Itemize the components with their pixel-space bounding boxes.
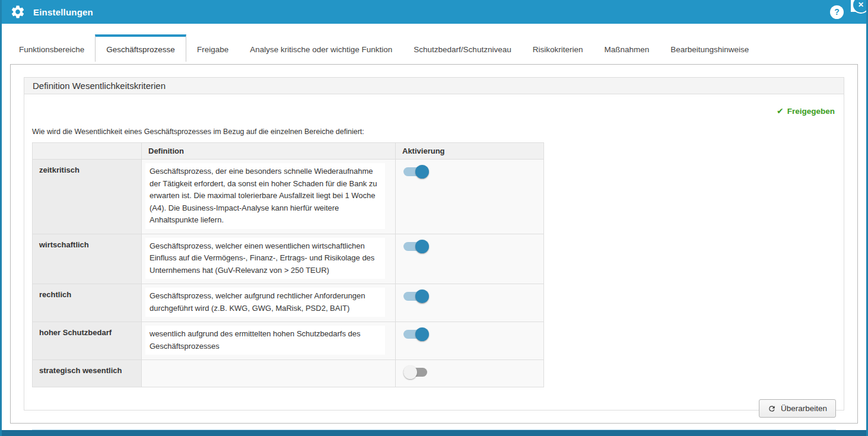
- toggle-knob: [415, 327, 429, 341]
- definition-cell: wesentlich aufgrund des ermittelten hohe…: [142, 322, 396, 360]
- activation-toggle[interactable]: [403, 327, 429, 341]
- definition-text[interactable]: Geschäftsprozess, welcher einen wesentli…: [145, 238, 385, 279]
- column-header-aktivierung: Aktivierung: [396, 143, 544, 160]
- column-header-definition: Definition: [142, 143, 396, 160]
- tab-bar: FunktionsbereicheGeschäftsprozesseFreiga…: [2, 24, 866, 62]
- activation-cell: [396, 322, 544, 360]
- window-title: Einstellungen: [33, 7, 93, 17]
- definition-cell: Geschäftsprozess, welcher aufgrund recht…: [142, 284, 396, 322]
- question-icon: ?: [834, 7, 840, 17]
- window-bottom-border: [0, 430, 868, 436]
- definition-cell: Geschäftsprozess, welcher einen wesentli…: [142, 234, 396, 284]
- criterion-label: zeitkritisch: [33, 160, 142, 234]
- table-row: strategisch wesentlich: [33, 360, 544, 387]
- table-row: hoher Schutzbedarfwesentlich aufgrund de…: [33, 322, 544, 360]
- tab-funktionsbereiche[interactable]: Funktionsbereiche: [8, 34, 95, 62]
- activation-cell: [396, 360, 544, 387]
- content-area: Definition Wesentlichkeitskriterien ✔Fre…: [10, 64, 858, 424]
- tab-freigabe[interactable]: Freigabe: [186, 34, 239, 62]
- check-icon: ✔: [777, 106, 784, 116]
- activation-toggle[interactable]: [403, 165, 429, 179]
- tab-geschaeftsprozesse[interactable]: Geschäftsprozesse: [95, 34, 186, 62]
- close-icon: ✕: [858, 1, 864, 9]
- activation-toggle[interactable]: [403, 289, 429, 303]
- revise-button-label: Überarbeiten: [781, 404, 827, 413]
- definition-cell: Geschäftsprozess, der eine besonders sch…: [142, 160, 396, 234]
- table-row: rechtlichGeschäftsprozess, welcher aufgr…: [33, 284, 544, 322]
- tab-bearbeitungshinweise[interactable]: Bearbeitungshinweise: [660, 34, 759, 62]
- criterion-label: strategisch wesentlich: [33, 360, 142, 387]
- panel-title: Definition Wesentlichkeitskriterien: [24, 78, 844, 94]
- criteria-table: Definition Aktivierung zeitkritischGesch…: [32, 142, 544, 387]
- criterion-label: hoher Schutzbedarf: [33, 322, 142, 360]
- button-row: Überarbeiten: [32, 399, 836, 418]
- tab-massnahmen[interactable]: Maßnahmen: [593, 34, 660, 62]
- table-row: wirtschaftlichGeschäftsprozess, welcher …: [33, 234, 544, 284]
- definition-cell: [142, 360, 396, 387]
- activation-cell: [396, 234, 544, 284]
- definition-panel: Definition Wesentlichkeitskriterien ✔Fre…: [24, 77, 844, 410]
- panel-body: ✔Freigegeben Wie wird die Wesentlichkeit…: [24, 94, 844, 436]
- tab-analyse-kritische-oder-wichtige-funktion[interactable]: Analyse kritische oder wichtige Funktion: [239, 34, 403, 62]
- definition-text[interactable]: Geschäftsprozess, der eine besonders sch…: [145, 163, 385, 229]
- definition-text[interactable]: wesentlich aufgrund des ermittelten hohe…: [145, 326, 385, 355]
- toggle-knob: [415, 240, 429, 253]
- table-header-row: Definition Aktivierung: [33, 143, 544, 160]
- criterion-label: wirtschaftlich: [33, 234, 142, 284]
- tab-risikokriterien[interactable]: Risikokriterien: [522, 34, 594, 62]
- toggle-knob: [415, 289, 429, 303]
- definition-text[interactable]: Geschäftsprozess, welcher aufgrund recht…: [145, 288, 385, 317]
- status-released: ✔Freigegeben: [33, 106, 835, 116]
- toggle-knob: [415, 165, 429, 179]
- activation-cell: [396, 284, 544, 322]
- intro-text: Wie wird die Wesentlichkeit eines Geschä…: [32, 128, 836, 136]
- revise-button[interactable]: Überarbeiten: [759, 399, 836, 418]
- activation-toggle[interactable]: [403, 240, 429, 253]
- criterion-label: rechtlich: [33, 284, 142, 322]
- column-header-empty: [33, 143, 142, 160]
- activation-toggle[interactable]: [403, 365, 429, 379]
- help-button[interactable]: ?: [830, 5, 844, 19]
- refresh-icon: [768, 405, 776, 413]
- gear-icon: [10, 4, 26, 20]
- activation-cell: [396, 160, 544, 234]
- tab-schutzbedarf-schutzniveau[interactable]: Schutzbedarf/Schutzniveau: [403, 34, 522, 62]
- table-row: zeitkritischGeschäftsprozess, der eine b…: [33, 160, 544, 234]
- toggle-knob: [403, 365, 417, 379]
- titlebar: Einstellungen ? ✕: [2, 0, 866, 24]
- status-label: Freigegeben: [787, 107, 835, 116]
